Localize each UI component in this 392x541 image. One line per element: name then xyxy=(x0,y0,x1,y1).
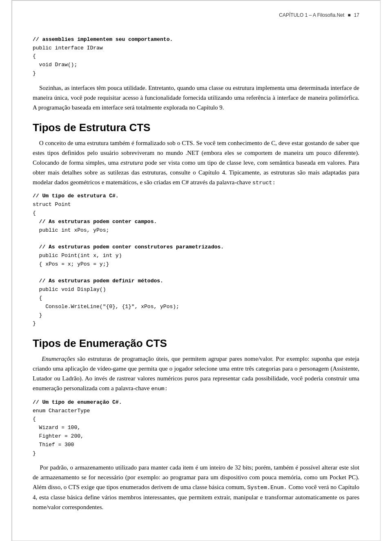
page-header: CAPÍTULO 1 – A Filosofia.Net ■ 17 xyxy=(33,12,359,20)
header-text: CAPÍTULO 1 – A Filosofia.Net ■ 17 xyxy=(279,12,359,18)
chapter-title: CAPÍTULO 1 – A Filosofia.Net xyxy=(279,12,344,18)
section1-paragraph: O conceito de uma estrutura também é for… xyxy=(33,138,359,188)
inline-code-enum: enum: xyxy=(151,386,168,392)
intro-code-body: public interface IDraw { void Draw(); } xyxy=(33,45,103,76)
section1-content: O conceito de uma estrutura também é for… xyxy=(33,138,359,328)
section1-heading: Tipos de Estrutura CTS xyxy=(33,121,359,134)
italic-enumeracoes: Enumerações xyxy=(42,355,75,362)
section2-content: Enumerações são estruturas de programaçã… xyxy=(33,354,359,512)
intro-paragraph: Sozinhas, as interfaces têm pouca utilid… xyxy=(33,83,359,112)
header-square-icon: ■ xyxy=(347,12,350,18)
inline-code-system-enum: System.Enum. xyxy=(247,485,287,491)
code-comment-enum-type: // Um tipo de enumeração C#. xyxy=(33,399,122,405)
page-number: 17 xyxy=(354,12,359,18)
code-enum-body: enum CharacterType { Wizard = 100, Fight… xyxy=(33,408,90,456)
italic-estrutura: estrutura xyxy=(120,159,143,166)
section2-last-paragraph: Por padrão, o armazenamento utilizado pa… xyxy=(33,463,359,512)
code-comment-struct-type: // Um tipo de estrutura C#. xyxy=(33,193,119,199)
section2-heading: Tipos de Enumeração CTS xyxy=(33,337,359,350)
section1-code-block: // Um tipo de estrutura C#. struct Point… xyxy=(33,192,359,328)
intro-comment: // assemblies implementem seu comportame… xyxy=(33,36,173,42)
inline-code-struct: struct: xyxy=(252,180,276,186)
code-struct-body: struct Point { // As estruturas podem co… xyxy=(33,201,224,326)
section2-paragraph: Enumerações são estruturas de programaçã… xyxy=(33,354,359,393)
section2-code-block: // Um tipo de enumeração C#. enum Charac… xyxy=(33,398,359,458)
intro-code-block: // assemblies implementem seu comportame… xyxy=(33,27,359,78)
